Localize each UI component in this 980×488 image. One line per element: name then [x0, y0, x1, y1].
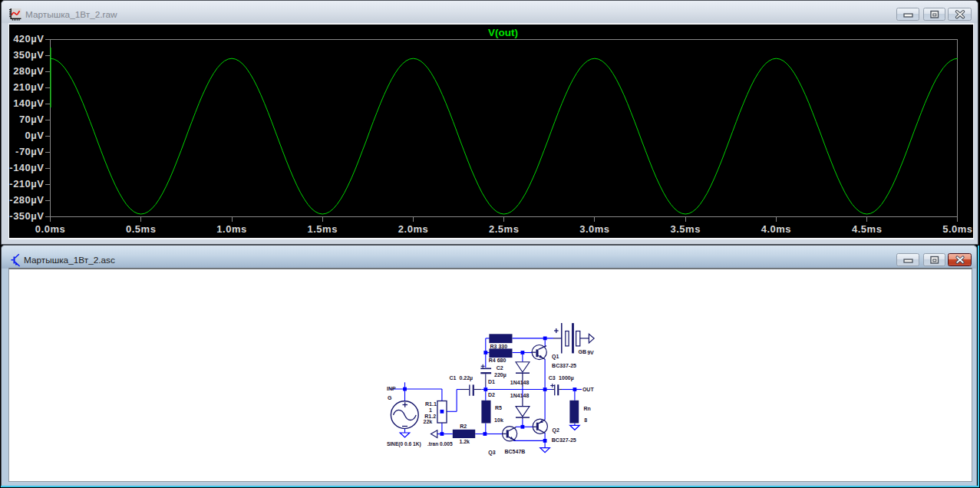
svg-text:140µV: 140µV [13, 97, 44, 109]
svg-text:2.0ms: 2.0ms [398, 223, 427, 235]
svg-text:-140µV: -140µV [9, 162, 44, 173]
svg-text:R1.1: R1.1 [425, 401, 437, 406]
svg-text:0.5ms: 0.5ms [126, 223, 156, 235]
svg-text:-350µV: -350µV [9, 210, 44, 222]
svg-text:Q3: Q3 [488, 449, 495, 455]
svg-text:2.5ms: 2.5ms [489, 223, 519, 235]
svg-text:3.0ms: 3.0ms [579, 223, 609, 235]
svg-text:BC327-25: BC327-25 [551, 437, 576, 443]
svg-text:1N4148: 1N4148 [510, 393, 529, 398]
svg-text:1000µ: 1000µ [559, 375, 574, 381]
svg-text:4.5ms: 4.5ms [852, 223, 882, 235]
svg-text:1N4148: 1N4148 [510, 379, 529, 384]
svg-text:R1.2: R1.2 [424, 413, 436, 418]
svg-text:-280µV: -280µV [9, 194, 44, 206]
svg-text:0.0ms: 0.0ms [35, 223, 64, 235]
svg-text:220µ: 220µ [494, 371, 506, 378]
svg-text:1.5ms: 1.5ms [307, 223, 337, 235]
svg-text:R4 680: R4 680 [488, 358, 506, 363]
svg-text:Q1: Q1 [552, 353, 559, 359]
svg-text:Rn: Rn [583, 405, 590, 411]
svg-text:D1: D1 [487, 379, 494, 384]
svg-text:22k: 22k [423, 418, 432, 424]
svg-text:BC547B: BC547B [504, 449, 525, 454]
svg-text:R3 330: R3 330 [490, 344, 507, 349]
svg-text:-70µV: -70µV [15, 146, 44, 157]
svg-text:280µV: 280µV [13, 65, 44, 77]
svg-text:GB: GB [578, 348, 586, 354]
svg-text:D2: D2 [487, 392, 494, 397]
svg-text:.tran 0.005: .tran 0.005 [427, 441, 453, 447]
svg-text:8: 8 [584, 417, 587, 423]
svg-text:5.0ms: 5.0ms [942, 223, 972, 235]
svg-text:420µV: 420µV [13, 33, 44, 45]
svg-text:10k: 10k [494, 417, 503, 423]
svg-text:1.2k: 1.2k [459, 438, 470, 443]
svg-text:1: 1 [429, 407, 432, 412]
svg-text:C1: C1 [449, 375, 456, 381]
svg-text:OUT: OUT [582, 387, 594, 392]
svg-text:70µV: 70µV [18, 114, 44, 125]
svg-text:3.5ms: 3.5ms [670, 223, 700, 235]
svg-text:INP: INP [387, 386, 396, 391]
svg-text:210µV: 210µV [13, 81, 44, 93]
svg-text:SINE(0 0.6 1K): SINE(0 0.6 1K) [386, 441, 421, 447]
svg-text:R5: R5 [494, 404, 501, 410]
svg-text:BC337-25: BC337-25 [552, 363, 576, 368]
svg-text:C2: C2 [496, 364, 503, 370]
svg-text:Q2: Q2 [552, 427, 559, 433]
svg-text:C3: C3 [548, 375, 555, 381]
svg-text:0µV: 0µV [25, 130, 44, 141]
svg-text:9V: 9V [587, 350, 594, 355]
svg-text:0.22µ: 0.22µ [459, 375, 473, 381]
svg-text:R2: R2 [460, 424, 467, 429]
svg-text:350µV: 350µV [13, 49, 44, 61]
svg-text:G: G [388, 395, 392, 401]
svg-text:1.0ms: 1.0ms [216, 223, 246, 235]
svg-text:V(out): V(out) [488, 27, 518, 38]
svg-text:-210µV: -210µV [9, 178, 44, 190]
svg-text:4.0ms: 4.0ms [761, 223, 790, 235]
